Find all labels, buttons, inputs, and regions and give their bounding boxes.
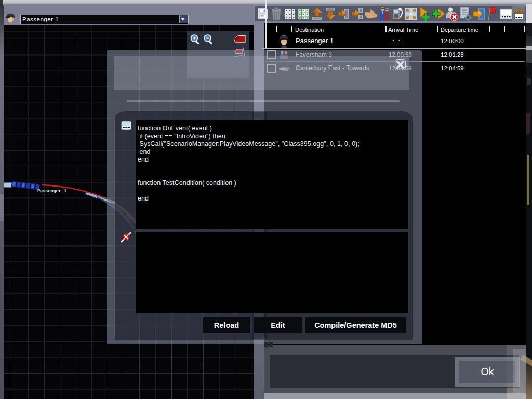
svg-text:Passenger 1: Passenger 1 xyxy=(37,189,66,194)
